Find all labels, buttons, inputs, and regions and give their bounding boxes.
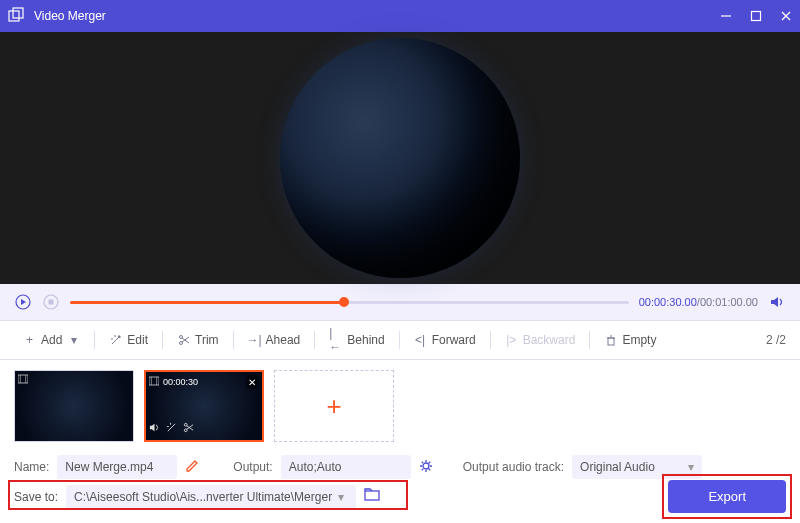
minimize-button[interactable] [720,10,732,22]
open-folder-icon[interactable] [364,488,380,505]
play-button[interactable] [14,293,32,311]
svg-rect-3 [752,12,761,21]
audio-value: Original Audio [580,460,682,474]
saveto-combo[interactable]: C:\Aiseesoft Studio\Ais...nverter Ultima… [66,485,356,509]
export-button[interactable]: Export [668,480,786,513]
svg-line-27 [187,426,193,431]
clip-thumbnails: 00:00:30 ✕ + [0,360,800,452]
svg-rect-30 [365,491,379,500]
svg-line-13 [182,338,189,343]
output-combo[interactable]: Auto;Auto [281,455,411,479]
edit-label: Edit [127,333,148,347]
output-settings-icon[interactable] [419,459,433,476]
trim-clip-icon[interactable] [183,419,194,437]
svg-point-29 [423,463,429,469]
volume-icon[interactable] [768,293,786,311]
add-button[interactable]: +Add▾ [14,329,89,351]
name-label: Name: [14,460,49,474]
clip-duration: 00:00:30 [163,377,198,387]
svg-rect-15 [608,338,614,345]
playback-controls: 00:00:30.00/00:01:00.00 [0,284,800,320]
behind-icon: |← [329,334,342,347]
svg-line-28 [187,425,193,430]
trim-label: Trim [195,333,219,347]
trash-icon [604,334,617,347]
edit-clip-icon[interactable] [166,419,177,437]
page-count: 2 /2 [766,333,786,347]
seek-slider[interactable] [70,301,629,304]
video-preview [0,32,800,284]
plus-icon: + [326,391,341,422]
output-label: Output: [233,460,272,474]
add-clip-slot[interactable]: + [274,370,394,442]
timecode: 00:00:30.00/00:01:00.00 [639,296,758,308]
backward-icon: |> [505,334,518,347]
app-logo-icon [8,7,26,25]
svg-rect-9 [49,300,54,305]
chevron-down-icon: ▾ [688,460,694,474]
ahead-button[interactable]: →|Ahead [239,329,310,351]
svg-marker-24 [150,424,155,431]
wand-icon [109,334,122,347]
svg-rect-18 [18,375,28,383]
titlebar: Video Merger [0,0,800,32]
svg-rect-21 [149,377,159,385]
forward-label: Forward [432,333,476,347]
saveto-label: Save to: [14,490,58,504]
chevron-down-icon: ▾ [67,334,80,347]
add-label: Add [41,333,62,347]
audio-track-label: Output audio track: [463,460,564,474]
svg-rect-1 [13,8,23,18]
saveto-path: C:\Aiseesoft Studio\Ais...nverter Ultima… [74,490,334,504]
audio-icon[interactable] [149,419,160,437]
clip-thumb[interactable] [14,370,134,442]
preview-frame [280,38,520,278]
forward-button[interactable]: <|Forward [405,329,485,351]
name-input[interactable] [57,455,177,479]
clip-thumb-selected[interactable]: 00:00:30 ✕ [144,370,264,442]
scissors-icon [177,334,190,347]
plus-icon: + [23,334,36,347]
svg-line-14 [182,337,189,342]
film-icon [18,374,28,386]
forward-icon: <| [414,334,427,347]
ahead-label: Ahead [266,333,301,347]
edit-button[interactable]: Edit [100,329,157,351]
footer: Save to: C:\Aiseesoft Studio\Ais...nvert… [14,480,786,513]
backward-label: Backward [523,333,576,347]
svg-rect-0 [9,11,19,21]
window-title: Video Merger [34,9,720,23]
trim-button[interactable]: Trim [168,329,228,351]
remove-clip-button[interactable]: ✕ [245,375,259,389]
close-button[interactable] [780,10,792,22]
empty-button[interactable]: Empty [595,329,665,351]
empty-label: Empty [622,333,656,347]
ahead-icon: →| [248,334,261,347]
behind-label: Behind [347,333,384,347]
film-icon [149,376,159,388]
svg-marker-7 [21,299,26,305]
stop-button[interactable] [42,293,60,311]
behind-button[interactable]: |←Behind [320,329,393,351]
edit-name-icon[interactable] [185,459,199,476]
maximize-button[interactable] [750,10,762,22]
backward-button: |>Backward [496,329,585,351]
chevron-down-icon: ▾ [338,490,344,504]
output-value: Auto;Auto [289,460,403,474]
toolbar: +Add▾ Edit Trim →|Ahead |←Behind <|Forwa… [0,320,800,360]
audio-track-combo[interactable]: Original Audio▾ [572,455,702,479]
svg-marker-10 [771,297,778,307]
